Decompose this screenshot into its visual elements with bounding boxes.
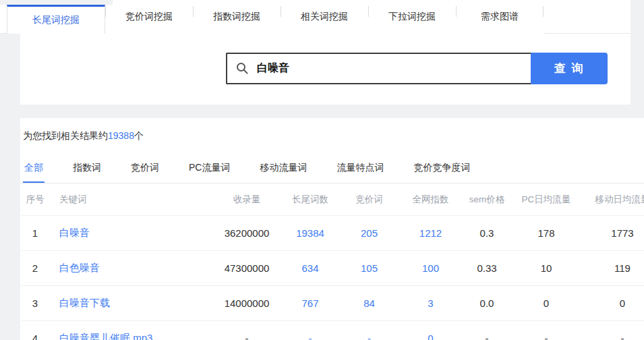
cell-bid-words[interactable]: 205 (344, 216, 394, 251)
tab-label: 竞价词挖掘 (125, 11, 173, 23)
search-button[interactable]: 查 询 (531, 53, 608, 84)
row-index: 2 (22, 251, 49, 286)
keyword-cell: 白噪音婴儿催眠 mp3 (49, 321, 217, 340)
cell-network-index[interactable]: 3 (394, 286, 467, 321)
keyword-link[interactable]: 白噪音婴儿催眠 mp3 (59, 332, 152, 340)
filter-tab-traffic-trait[interactable]: 流量特点词 (335, 154, 385, 183)
filter-tab-bid-words[interactable]: 竞价词 (129, 154, 160, 183)
results-table: 序号 关键词 收录量 长尾词数 竞价词 全网指数 sem价格 PC日均流量 移动… (22, 183, 644, 340)
cell-longtail-count[interactable]: 767 (276, 286, 344, 321)
cell-sem-price: 0.33 (467, 251, 507, 286)
header-sem-price: sem价格 (467, 183, 507, 216)
cell-index-volume: 47300000 (217, 251, 276, 286)
cell-pc-daily-traffic: 10 (507, 251, 585, 286)
table-row: 4白噪音婴儿催眠 mp3---0--- (22, 321, 644, 340)
header-longtail-count: 长尾词数 (276, 183, 344, 216)
cell-pc-daily-traffic: - (507, 321, 585, 340)
row-index: 1 (22, 216, 49, 251)
cell-network-index[interactable]: 100 (394, 251, 467, 286)
top-tab-bar: 长尾词挖掘 竞价词挖掘 指数词挖掘 相关词挖掘 下拉词挖掘 需求图谱 (0, 0, 631, 34)
header-index: 序号 (22, 183, 49, 216)
filter-tab-bid-competition[interactable]: 竞价竞争度词 (412, 154, 471, 183)
tab-label: 需求图谱 (481, 11, 519, 23)
header-mobile-daily-traffic: 移动日均流量 (585, 183, 644, 216)
cell-longtail-count[interactable]: 19384 (276, 216, 344, 251)
filter-tab-mobile-traffic[interactable]: 移动流量词 (258, 154, 308, 183)
search-section: 查 询 (20, 34, 631, 105)
results-table-body: 1白噪音362000001938420512120.317817732白色噪音4… (22, 216, 644, 340)
row-index: 4 (22, 321, 49, 340)
cell-bid-words[interactable]: 84 (344, 286, 394, 321)
keyword-cell: 白噪音下载 (49, 286, 217, 321)
filter-tab-index-words[interactable]: 指数词 (71, 154, 103, 183)
cell-network-index[interactable]: 0 (394, 321, 467, 340)
cell-mobile-daily-traffic: 1773 (585, 216, 644, 251)
results-summary: 为您找到相关结果约19388个 (20, 118, 644, 154)
keyword-link[interactable]: 白色噪音 (59, 262, 100, 273)
filter-tabs: 全部 指数词 竞价词 PC流量词 移动流量词 流量特点词 竞价竞争度词 (20, 154, 644, 183)
tab-longtail-mining[interactable]: 长尾词挖掘 (7, 5, 105, 34)
table-row: 2白色噪音473000006341051000.3310119 (22, 251, 644, 286)
header-keyword: 关键词 (49, 183, 217, 216)
tab-dropdownword-mining[interactable]: 下拉词挖掘 (368, 0, 456, 34)
row-index: 3 (22, 286, 49, 321)
cell-longtail-count[interactable]: 634 (276, 251, 344, 286)
cell-longtail-count[interactable]: - (276, 321, 344, 340)
cell-index-volume: - (217, 321, 276, 340)
cell-bid-words[interactable]: 105 (344, 251, 394, 286)
active-tab-notch (0, 0, 113, 5)
header-pc-daily-traffic: PC日均流量 (507, 183, 585, 216)
tab-label: 指数词挖掘 (213, 11, 260, 23)
keyword-link[interactable]: 白噪音下载 (59, 297, 110, 308)
cell-sem-price: 0.0 (467, 286, 507, 321)
cell-pc-daily-traffic: 0 (507, 286, 585, 321)
tab-label: 相关词挖掘 (301, 11, 348, 23)
table-row: 1白噪音362000001938420512120.31781773 (22, 216, 644, 251)
cell-pc-daily-traffic: 178 (507, 216, 585, 251)
cell-network-index[interactable]: 1212 (394, 216, 467, 251)
tab-label: 长尾词挖掘 (32, 14, 80, 26)
table-row: 3白噪音下载140000007678430.000 (22, 286, 644, 321)
tab-demand-graph[interactable]: 需求图谱 (456, 0, 544, 34)
tab-bidword-mining[interactable]: 竞价词挖掘 (105, 0, 193, 34)
table-header-row: 序号 关键词 收录量 长尾词数 竞价词 全网指数 sem价格 PC日均流量 移动… (22, 183, 644, 216)
cell-sem-price: 0.3 (467, 216, 507, 251)
header-bid-words: 竞价词 (344, 183, 394, 216)
keyword-cell: 白噪音 (49, 216, 217, 251)
tab-indexword-mining[interactable]: 指数词挖掘 (193, 0, 281, 34)
page: 长尾词挖掘 竞价词挖掘 指数词挖掘 相关词挖掘 下拉词挖掘 需求图谱 (0, 0, 644, 340)
cell-mobile-daily-traffic: - (585, 321, 644, 340)
cell-mobile-daily-traffic: 119 (585, 251, 644, 286)
keyword-link[interactable]: 白噪音 (59, 227, 90, 238)
summary-count: 19388 (108, 130, 134, 141)
cell-mobile-daily-traffic: 0 (585, 286, 644, 321)
cell-index-volume: 14000000 (217, 286, 276, 321)
filter-tab-all[interactable]: 全部 (23, 154, 45, 183)
filter-tab-pc-traffic[interactable]: PC流量词 (187, 154, 231, 183)
header-index-volume: 收录量 (217, 183, 276, 216)
cell-bid-words[interactable]: - (344, 321, 394, 340)
tab-relatedword-mining[interactable]: 相关词挖掘 (281, 0, 368, 34)
search-input[interactable] (226, 53, 531, 84)
search-box: 查 询 (226, 53, 608, 84)
header-network-index: 全网指数 (394, 183, 467, 216)
tab-label: 下拉词挖掘 (388, 11, 436, 23)
cell-sem-price: - (467, 321, 507, 340)
summary-prefix: 为您找到相关结果约 (23, 130, 108, 141)
summary-suffix: 个 (134, 130, 144, 141)
cell-index-volume: 36200000 (217, 216, 276, 251)
results-panel: 为您找到相关结果约19388个 全部 指数词 竞价词 PC流量词 移动流量词 流… (20, 118, 644, 340)
keyword-cell: 白色噪音 (49, 251, 217, 286)
